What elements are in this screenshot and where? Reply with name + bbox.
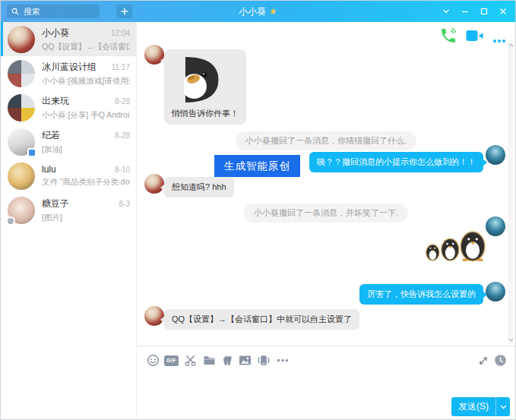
window-controls (438, 1, 511, 22)
titlebar: 小小葵 ★ (1, 1, 515, 22)
conversation-item-lulu[interactable]: lulu 8-10 文件 “商品类别子分类.docx” (1, 159, 136, 193)
message-time: 8-28 (115, 97, 130, 106)
contact-name: 糖豆子 (42, 197, 69, 210)
contact-name: 纪若 (42, 129, 60, 142)
close-button[interactable] (495, 4, 511, 19)
chat-area: 悄悄告诉你件事！ 小小葵撤回了一条消息，你猜猜撤回了什么. 咦？？撤回消息的小提… (136, 22, 515, 419)
conversation-list: 小小葵 12:04 QQ【设置】→【会话窗口】中 冰川蓝设计组 11:17 小小… (1, 22, 136, 419)
avatar (8, 26, 35, 53)
emoji-icon (147, 354, 160, 367)
message-time: 8-10 (115, 166, 130, 174)
expand-icon (477, 355, 489, 367)
conversation-text: 纪若 8-28 [加油] (42, 129, 130, 155)
overlay-generate-button[interactable]: 生成智能原创 (214, 155, 300, 177)
sent-message: 咦？？撤回消息的小提示你怎么做到的！！ (309, 152, 483, 172)
contact-name: 小小葵 (42, 27, 69, 39)
peeking-penguin-sticker (184, 55, 226, 104)
send-button-group: 发送(S) (451, 397, 510, 416)
conversation-text: lulu 8-10 文件 “商品类别子分类.docx” (42, 164, 130, 188)
voice-call-button[interactable] (439, 27, 457, 48)
more-dots-icon (492, 39, 506, 43)
window-shake-button[interactable] (256, 353, 271, 368)
send-file-button[interactable] (202, 353, 217, 368)
received-message: QQ【设置】→【会话窗口】中就可以自主设置了 (164, 309, 359, 330)
scroll-down-arrow-icon[interactable] (508, 336, 514, 343)
search-icon (11, 8, 19, 15)
send-image-button[interactable] (238, 353, 252, 368)
file-folder-icon (203, 355, 216, 366)
history-clock-icon (494, 354, 507, 367)
chat-scrollbar[interactable] (508, 40, 514, 344)
message-preview: [加油] (42, 144, 130, 155)
contact-name: lulu (42, 164, 56, 175)
scroll-up-arrow-icon[interactable] (508, 41, 514, 49)
conversation-item-jiruo[interactable]: 纪若 8-28 [加油] (1, 125, 136, 159)
screenshot-scissors-icon (184, 354, 197, 367)
avatar (8, 128, 35, 156)
send-options-button[interactable] (495, 397, 510, 416)
avatar (8, 163, 35, 190)
sent-sticker-message (423, 227, 489, 265)
avatar (8, 197, 35, 224)
maximize-icon (480, 8, 488, 15)
send-button[interactable]: 发送(S) (451, 397, 495, 416)
system-recall-message: 小小葵撤回了一条消息，你猜猜撤回了什么. (236, 131, 416, 150)
video-call-button[interactable] (466, 30, 483, 45)
self-avatar[interactable] (486, 145, 505, 165)
conversation-item-tangdouzi[interactable]: 糖豆子 8-3 [图片] (1, 193, 136, 227)
contact-name: 冰川蓝设计组 (42, 61, 97, 74)
chevron-down-icon (442, 8, 450, 14)
window-shake-icon (257, 354, 271, 367)
screenshot-button[interactable] (183, 353, 198, 368)
titlebar-menu-button[interactable] (438, 4, 454, 19)
maximize-button[interactable] (476, 4, 492, 19)
message-time: 11:17 (112, 63, 130, 71)
chat-more-button[interactable] (492, 33, 506, 46)
input-divider (137, 346, 515, 346)
message-preview: 文件 “商品类别子分类.docx” (42, 177, 130, 188)
group-avatar (8, 60, 35, 87)
qq-chat-window: 小小葵 ★ (0, 0, 516, 420)
sticker-caption: 悄悄告诉你件事！ (172, 108, 239, 119)
toolbar-more-button[interactable] (275, 353, 290, 368)
self-avatar[interactable] (486, 282, 505, 302)
minimize-icon (461, 8, 469, 15)
three-penguins-sticker (423, 227, 489, 262)
clothes-icon (222, 355, 234, 367)
conversation-item-group-design[interactable]: 冰川蓝设计组 11:17 小小葵:[视频游戏]请使用最新版 (1, 56, 136, 90)
plus-icon (121, 8, 128, 15)
add-button[interactable] (116, 5, 132, 18)
gif-icon: GIF (164, 355, 179, 366)
conversation-item-xiaoxiaokui[interactable]: 小小葵 12:04 QQ【设置】→【会话窗口】中 (1, 22, 136, 56)
message-preview: QQ【设置】→【会话窗口】中 (42, 42, 130, 52)
message-input[interactable] (137, 368, 515, 394)
file-badge-icon (27, 148, 36, 157)
search-input[interactable] (22, 6, 95, 17)
star-icon: ★ (269, 6, 277, 17)
received-message: 想知道吗? hhh (164, 177, 234, 197)
message-preview: 小小葵:[视频游戏]请使用最新版 (42, 76, 130, 87)
expand-input-button[interactable] (476, 353, 490, 368)
more-dots-icon (277, 358, 289, 362)
send-label: 发送(S) (458, 400, 489, 413)
clothes-button[interactable] (220, 353, 235, 368)
close-icon (499, 8, 507, 15)
contact-name: 出来玩 (42, 95, 69, 108)
status-clock-icon (6, 216, 15, 226)
chevron-down-icon (500, 405, 507, 409)
minimize-button[interactable] (457, 4, 473, 19)
gif-button[interactable]: GIF (164, 353, 179, 368)
conversation-text: 出来玩 8-28 小小葵:[分享] 手Q Android端 (42, 95, 130, 121)
message-time: 8-3 (119, 200, 130, 208)
search-box[interactable] (7, 5, 100, 18)
image-icon (239, 355, 252, 366)
received-sticker-message: 悄悄告诉你件事！ (164, 49, 246, 125)
message-history-button[interactable] (493, 353, 508, 368)
message-preview: 小小葵:[分享] 手Q Android端 (42, 110, 130, 121)
message-time: 8-28 (115, 131, 130, 140)
conversation-text: 小小葵 12:04 QQ【设置】→【会话窗口】中 (42, 27, 130, 52)
sent-message: 厉害了，快告诉我怎么设置的 (359, 284, 483, 305)
message-time: 12:04 (111, 29, 130, 37)
conversation-item-group-play[interactable]: 出来玩 8-28 小小葵:[分享] 手Q Android端 (1, 90, 136, 125)
emoji-button[interactable] (146, 353, 160, 368)
